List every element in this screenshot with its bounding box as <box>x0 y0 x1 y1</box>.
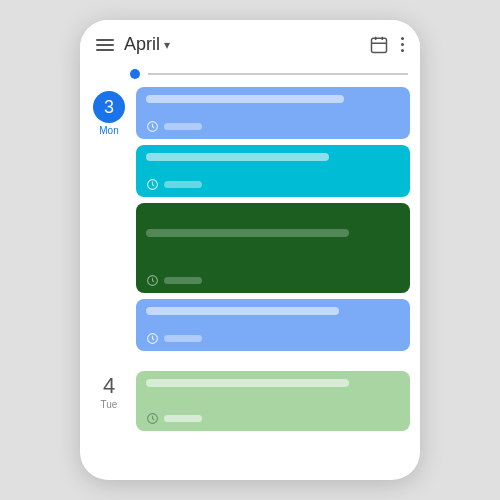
month-title[interactable]: April ▾ <box>124 34 359 55</box>
event-title-bar <box>146 229 349 237</box>
day-section-3: 3 Mon <box>80 83 420 357</box>
day-number-4: 4 <box>103 375 115 397</box>
phone-frame: April ▾ 3 Mon <box>80 20 420 480</box>
event-title-bar <box>146 307 339 315</box>
day-name-tue: Tue <box>101 399 118 410</box>
event-time-bar <box>164 123 202 130</box>
day-label-3: 3 Mon <box>90 87 128 357</box>
header-icons <box>369 35 404 55</box>
event-meta <box>146 120 400 133</box>
clock-icon <box>146 274 159 287</box>
more-options-button[interactable] <box>401 37 404 52</box>
current-time-indicator <box>80 65 420 83</box>
event-time-bar <box>164 181 202 188</box>
timeline-dot <box>130 69 140 79</box>
event-card[interactable] <box>136 299 410 351</box>
svg-rect-0 <box>372 38 387 52</box>
event-time-bar <box>164 277 202 284</box>
event-title-bar <box>146 379 349 387</box>
event-meta <box>146 412 400 425</box>
event-time-bar <box>164 335 202 342</box>
event-card[interactable] <box>136 145 410 197</box>
day-name-mon: Mon <box>99 125 118 136</box>
chevron-down-icon: ▾ <box>164 38 170 52</box>
menu-button[interactable] <box>96 39 114 51</box>
calendar-icon[interactable] <box>369 35 389 55</box>
events-column-3 <box>136 87 410 357</box>
header: April ▾ <box>80 20 420 65</box>
event-meta <box>146 178 400 191</box>
event-title-bar <box>146 153 329 161</box>
clock-icon <box>146 332 159 345</box>
event-title-bar <box>146 95 344 103</box>
timeline: 3 Mon <box>80 65 420 480</box>
clock-icon <box>146 178 159 191</box>
event-card[interactable] <box>136 203 410 293</box>
day-number-3: 3 <box>93 91 125 123</box>
event-time-bar <box>164 415 202 422</box>
month-label: April <box>124 34 160 55</box>
event-meta <box>146 274 400 287</box>
event-card[interactable] <box>136 371 410 431</box>
event-card[interactable] <box>136 87 410 139</box>
events-column-4 <box>136 371 410 437</box>
day-label-4: 4 Tue <box>90 371 128 437</box>
clock-icon <box>146 412 159 425</box>
day-section-4: 4 Tue <box>80 367 420 437</box>
event-meta <box>146 332 400 345</box>
clock-icon <box>146 120 159 133</box>
timeline-line <box>148 73 408 75</box>
